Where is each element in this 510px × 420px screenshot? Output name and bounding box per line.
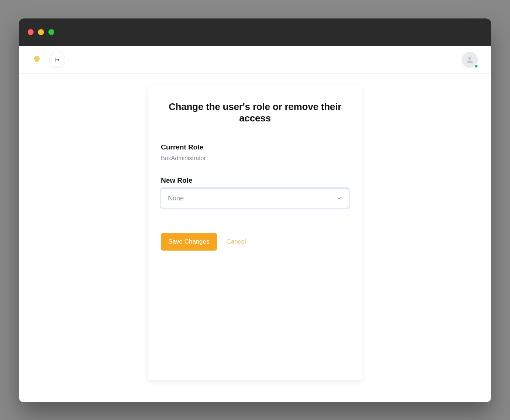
window-close-icon[interactable] (28, 29, 34, 35)
app-logo-icon (32, 55, 42, 65)
user-menu[interactable] (462, 52, 478, 68)
person-icon (465, 55, 474, 64)
page-content: Change the user's role or remove their a… (19, 74, 491, 402)
save-button[interactable]: Save Changes (161, 233, 217, 251)
browser-window: Change the user's role or remove their a… (19, 18, 491, 402)
card-title: Change the user's role or remove their a… (161, 101, 349, 124)
card-body: Change the user's role or remove their a… (148, 85, 362, 223)
sidebar-toggle-button[interactable] (49, 52, 65, 68)
change-role-card: Change the user's role or remove their a… (148, 85, 362, 380)
current-role-value: BoxAdministrator (161, 155, 349, 162)
app-topbar (19, 46, 491, 74)
window-minimize-icon[interactable] (38, 29, 44, 35)
new-role-select[interactable]: None (161, 188, 349, 208)
current-role-label: Current Role (161, 143, 349, 151)
topbar-left (32, 52, 65, 68)
window-titlebar (19, 18, 491, 46)
window-maximize-icon[interactable] (48, 29, 54, 35)
status-online-icon (474, 64, 478, 68)
chevron-down-icon (336, 195, 342, 201)
new-role-selected-value: None (168, 194, 184, 202)
svg-point-2 (468, 57, 471, 60)
card-actions: Save Changes Cancel (148, 223, 362, 266)
cancel-button[interactable]: Cancel (227, 238, 246, 245)
new-role-label: New Role (161, 176, 349, 185)
expand-right-icon (54, 57, 60, 63)
